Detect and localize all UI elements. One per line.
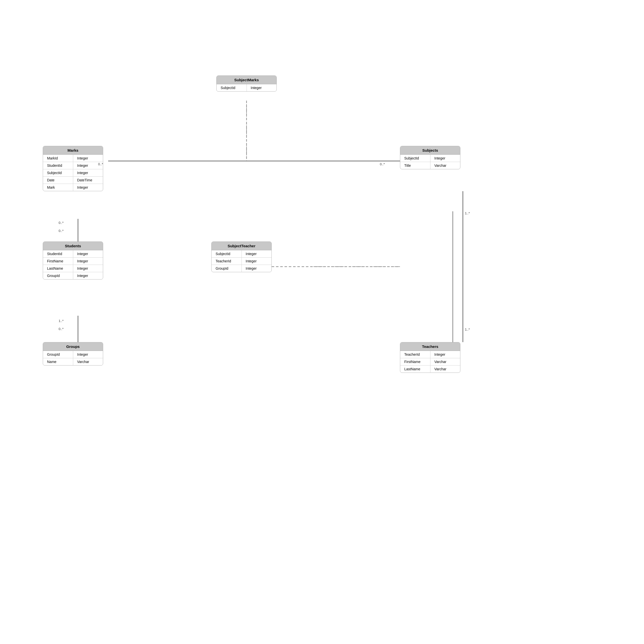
connections-svg [0, 0, 644, 644]
row-students-studentid: StudentId Integer [43, 250, 103, 258]
table-subjectteacher: SubjectTeacher SubjectId Integer Teacher… [211, 241, 272, 272]
row-marks-subjectid: SubjectId Integer [43, 169, 103, 177]
cell-teachers-firstname-field: FirstName [400, 358, 430, 365]
cell-marks-studentid-field: StudentId [43, 162, 73, 169]
cell-subjectmarks-subjectid-field: SubjectId [217, 84, 247, 91]
row-students-lastname: LastName Integer [43, 265, 103, 272]
cell-marks-mark-type: Integer [73, 184, 103, 191]
main-svg [0, 0, 644, 644]
cell-teachers-teacherid-field: TeacherId [400, 351, 430, 358]
cell-marks-markid-field: MarkId [43, 155, 73, 162]
cell-subjects-title-field: Title [400, 162, 430, 169]
header-subjectmarks: SubjectMarks [217, 76, 276, 84]
row-students-firstname: FirstName Integer [43, 258, 103, 265]
cell-groups-name-field: Name [43, 358, 73, 365]
cell-subjectteacher-teacherid-field: TeacherId [212, 258, 242, 265]
row-teachers-teacherid: TeacherId Integer [400, 351, 460, 358]
header-teachers: Teachers [400, 342, 460, 351]
cell-subjectteacher-subjectid-type: Integer [242, 250, 272, 257]
cell-subjectteacher-teacherid-type: Integer [242, 258, 272, 265]
cell-students-studentid-field: StudentId [43, 250, 73, 257]
diagram-container: SubjectMarks SubjectId Integer Marks Mar… [0, 0, 644, 644]
card-subjects-right: 0..* [380, 162, 385, 166]
cell-teachers-teacherid-type: Integer [430, 351, 460, 358]
card-marks-left: 0..* [98, 162, 103, 166]
cell-subjects-subjectid-field: SubjectId [400, 155, 430, 162]
row-subjects-subjectid: SubjectId Integer [400, 155, 460, 162]
cell-subjects-subjectid-type: Integer [430, 155, 460, 162]
row-subjectteacher-groupid: GroupId Integer [212, 265, 271, 272]
cell-marks-subjectid-type: Integer [73, 169, 103, 176]
cell-teachers-lastname-field: LastName [400, 366, 430, 373]
row-marks-markid: MarkId Integer [43, 155, 103, 162]
row-teachers-lastname: LastName Varchar [400, 366, 460, 373]
cell-marks-subjectid-field: SubjectId [43, 169, 73, 176]
cell-students-firstname-type: Integer [73, 258, 103, 265]
cell-teachers-lastname-type: Varchar [430, 366, 460, 373]
header-subjectteacher: SubjectTeacher [212, 242, 271, 250]
row-subjectteacher-teacherid: TeacherId Integer [212, 258, 271, 265]
card-teachers-top: 1..* [465, 328, 470, 331]
cell-students-firstname-field: FirstName [43, 258, 73, 265]
cell-subjectteacher-groupid-field: GroupId [212, 265, 242, 272]
row-groups-groupid: GroupId Integer [43, 351, 103, 358]
card-marks-bottom2: 0..* [59, 229, 64, 233]
cell-students-studentid-type: Integer [73, 250, 103, 257]
row-subjectteacher-subjectid: SubjectId Integer [212, 250, 271, 258]
table-groups: Groups GroupId Integer Name Varchar [43, 342, 103, 366]
table-students: Students StudentId Integer FirstName Int… [43, 241, 103, 279]
cell-marks-date-type: DateTime [73, 177, 103, 184]
row-marks-mark: Mark Integer [43, 184, 103, 191]
table-teachers: Teachers TeacherId Integer FirstName Var… [400, 342, 460, 373]
cell-teachers-firstname-type: Varchar [430, 358, 460, 365]
cell-subjectmarks-subjectid-type: Integer [247, 84, 277, 91]
cell-marks-mark-field: Mark [43, 184, 73, 191]
cell-subjects-title-type: Varchar [430, 162, 460, 169]
header-students: Students [43, 242, 103, 250]
header-subjects: Subjects [400, 146, 460, 155]
card-subjects-bottom: 1..* [465, 211, 470, 215]
header-groups: Groups [43, 342, 103, 351]
cell-students-groupid-field: GroupId [43, 272, 73, 279]
cell-subjectteacher-subjectid-field: SubjectId [212, 250, 242, 257]
cell-groups-name-type: Varchar [73, 358, 103, 365]
cell-groups-groupid-field: GroupId [43, 351, 73, 358]
cell-marks-date-field: Date [43, 177, 73, 184]
cell-groups-groupid-type: Integer [73, 351, 103, 358]
table-subjectmarks: SubjectMarks SubjectId Integer [216, 75, 277, 92]
row-students-groupid: GroupId Integer [43, 272, 103, 279]
cell-students-lastname-type: Integer [73, 265, 103, 272]
card-students-bottom1: 1..* [59, 319, 64, 323]
row-teachers-firstname: FirstName Varchar [400, 358, 460, 366]
cell-subjectteacher-groupid-type: Integer [242, 265, 272, 272]
row-groups-name: Name Varchar [43, 358, 103, 365]
table-marks: Marks MarkId Integer StudentId Integer S… [43, 146, 103, 191]
cell-students-groupid-type: Integer [73, 272, 103, 279]
header-marks: Marks [43, 146, 103, 155]
card-marks-bottom1: 0..* [59, 221, 64, 225]
row-marks-studentid: StudentId Integer [43, 162, 103, 169]
cell-marks-markid-type: Integer [73, 155, 103, 162]
card-students-bottom2: 0..* [59, 327, 64, 331]
row-subjects-title: Title Varchar [400, 162, 460, 169]
row-subjectmarks-subjectid: SubjectId Integer [217, 84, 276, 91]
row-marks-date: Date DateTime [43, 177, 103, 184]
table-subjects: Subjects SubjectId Integer Title Varchar [400, 146, 460, 169]
cell-students-lastname-field: LastName [43, 265, 73, 272]
